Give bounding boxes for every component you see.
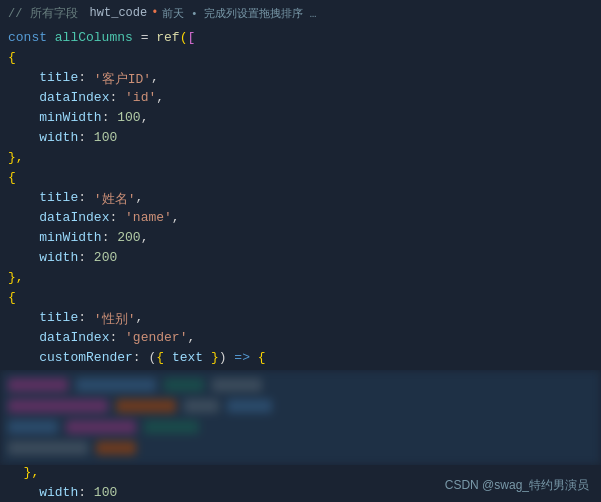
code-line: }, [0,270,601,290]
code-line: { [0,50,601,70]
editor-container: // 所有字段 hwt_code • 前天 • 完成列设置拖拽排序 … cons… [0,0,601,502]
code-line: dataIndex: 'name', [0,210,601,230]
code-line: dataIndex: 'id', [0,90,601,110]
code-line: const allColumns = ref([ [0,30,601,50]
code-line: }, [0,150,601,170]
commit-info: 前天 • 完成列设置拖拽排序 … [162,6,316,21]
file-comment: // 所有字段 [8,5,78,22]
attribution: CSDN @swag_特约男演员 [445,477,589,494]
code-line: dataIndex: 'gender', [0,330,601,350]
code-line: minWidth: 200, [0,230,601,250]
code-area: const allColumns = ref([{ title: '客户ID',… [0,26,601,502]
code-line: width: 200 [0,250,601,270]
separator-dot: • [151,6,158,20]
code-line: width: 100 [0,130,601,150]
code-line: title: '姓名', [0,190,601,210]
code-line: customRender: ({ text }) => { [0,350,601,370]
code-line: title: '性别', [0,310,601,330]
autocomplete-blur-section [0,370,601,465]
top-bar: // 所有字段 hwt_code • 前天 • 完成列设置拖拽排序 … [0,0,601,26]
filename: hwt_code [90,6,148,20]
code-line: minWidth: 100, [0,110,601,130]
code-line: { [0,170,601,190]
code-line: { [0,290,601,310]
code-line: title: '客户ID', [0,70,601,90]
